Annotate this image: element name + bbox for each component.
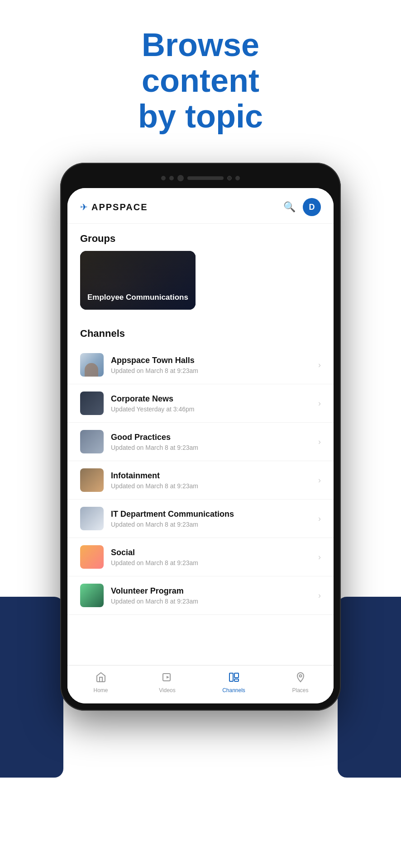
- channel-item-it[interactable]: IT Department Communications Updated on …: [67, 500, 334, 538]
- channel-updated: Updated on March 8 at 9:23am: [111, 598, 318, 605]
- app-logo-text: APPSPACE: [91, 202, 148, 212]
- video-icon: [162, 672, 173, 685]
- channel-updated: Updated on March 8 at 9:23am: [111, 559, 318, 566]
- hero-title: Browse content by topic: [9, 27, 392, 135]
- groups-section-label: Groups: [67, 224, 334, 251]
- channel-name: Infotainment: [111, 471, 318, 481]
- channel-thumb-social: [80, 545, 104, 569]
- app-content: ✈ APPSPACE 🔍 D Groups: [67, 188, 334, 703]
- svg-marker-1: [167, 676, 169, 679]
- channels-section-label: Channels: [67, 319, 334, 346]
- blue-decoration-right: [338, 597, 401, 778]
- group-card-employee-comms[interactable]: Employee Communications: [80, 251, 196, 310]
- camera-dot-1: [161, 176, 166, 180]
- chevron-right-icon: ›: [318, 360, 321, 370]
- channel-updated: Updated on March 8 at 9:23am: [111, 367, 318, 374]
- blue-decoration-left: [0, 597, 63, 778]
- camera-lens: [177, 175, 184, 181]
- appspace-logo-icon: ✈: [80, 202, 88, 212]
- channel-info: Good Practices Updated on March 8 at 9:2…: [111, 433, 318, 451]
- channel-item-social[interactable]: Social Updated on March 8 at 9:23am ›: [67, 538, 334, 576]
- chevron-right-icon: ›: [318, 591, 321, 600]
- channel-info: Volunteer Program Updated on March 8 at …: [111, 586, 318, 605]
- nav-label-videos: Videos: [159, 687, 175, 693]
- camera-dot-3: [235, 176, 240, 180]
- chevron-right-icon: ›: [318, 476, 321, 485]
- channel-item-townhalls[interactable]: Appspace Town Halls Updated on March 8 a…: [67, 346, 334, 384]
- chevron-right-icon: ›: [318, 514, 321, 524]
- channel-name: Corporate News: [111, 394, 318, 404]
- channel-item-good-practices[interactable]: Good Practices Updated on March 8 at 9:2…: [67, 423, 334, 461]
- scroll-content: Groups Employee Communications Channels: [67, 224, 334, 665]
- channels-icon: [229, 672, 239, 685]
- channel-updated: Updated Yesterday at 3:46pm: [111, 406, 318, 413]
- phone-mockup: ✈ APPSPACE 🔍 D Groups: [60, 163, 341, 711]
- chevron-right-icon: ›: [318, 399, 321, 408]
- svg-rect-2: [229, 673, 233, 681]
- svg-point-5: [299, 675, 301, 677]
- channel-info: Appspace Town Halls Updated on March 8 a…: [111, 356, 318, 374]
- channel-thumb-infotainment: [80, 468, 104, 492]
- places-icon: [295, 672, 306, 685]
- channel-info: Corporate News Updated Yesterday at 3:46…: [111, 394, 318, 413]
- nav-label-home: Home: [93, 687, 108, 693]
- chevron-right-icon: ›: [318, 437, 321, 447]
- speaker-bar: [187, 176, 224, 180]
- sensor-dot: [227, 176, 232, 180]
- nav-item-home[interactable]: Home: [67, 669, 134, 696]
- channel-thumb-corporate: [80, 392, 104, 415]
- camera-dot-2: [169, 176, 174, 180]
- bottom-nav: Home Videos: [67, 665, 334, 703]
- phone-screen: ✈ APPSPACE 🔍 D Groups: [67, 188, 334, 703]
- channel-thumb-it: [80, 507, 104, 530]
- nav-item-channels[interactable]: Channels: [200, 669, 267, 696]
- groups-scroll: Employee Communications: [67, 251, 334, 319]
- channel-item-infotainment[interactable]: Infotainment Updated on March 8 at 9:23a…: [67, 461, 334, 500]
- channel-name: Volunteer Program: [111, 586, 318, 596]
- header-right: 🔍 D: [283, 198, 321, 216]
- channel-thumb-good: [80, 430, 104, 453]
- channel-updated: Updated on March 8 at 9:23am: [111, 444, 318, 451]
- hero-section: Browse content by topic: [0, 0, 401, 153]
- app-header: ✈ APPSPACE 🔍 D: [67, 188, 334, 224]
- channel-name: Social: [111, 548, 318, 557]
- chevron-right-icon: ›: [318, 552, 321, 562]
- channel-info: IT Department Communications Updated on …: [111, 509, 318, 528]
- home-icon: [95, 672, 106, 685]
- phone-shell: ✈ APPSPACE 🔍 D Groups: [60, 163, 341, 711]
- nav-label-channels: Channels: [222, 687, 245, 693]
- nav-item-places[interactable]: Places: [267, 669, 334, 696]
- channel-updated: Updated on March 8 at 9:23am: [111, 482, 318, 490]
- user-avatar[interactable]: D: [303, 198, 321, 216]
- app-logo: ✈ APPSPACE: [80, 202, 148, 212]
- channel-item-corporate[interactable]: Corporate News Updated Yesterday at 3:46…: [67, 384, 334, 423]
- nav-label-places: Places: [292, 687, 308, 693]
- phone-top-bar: [67, 170, 334, 186]
- svg-rect-4: [234, 679, 239, 681]
- channel-name: Appspace Town Halls: [111, 356, 318, 365]
- channel-info: Social Updated on March 8 at 9:23am: [111, 548, 318, 566]
- channel-thumb-volunteer: [80, 584, 104, 607]
- group-card-title: Employee Communications: [87, 292, 188, 302]
- channel-updated: Updated on March 8 at 9:23am: [111, 521, 318, 528]
- channel-name: Good Practices: [111, 433, 318, 442]
- svg-rect-3: [234, 673, 239, 678]
- search-button[interactable]: 🔍: [283, 201, 296, 213]
- channel-item-volunteer[interactable]: Volunteer Program Updated on March 8 at …: [67, 576, 334, 615]
- channel-name: IT Department Communications: [111, 509, 318, 519]
- channel-thumb-townhalls: [80, 353, 104, 377]
- channel-info: Infotainment Updated on March 8 at 9:23a…: [111, 471, 318, 490]
- nav-item-videos[interactable]: Videos: [134, 669, 200, 696]
